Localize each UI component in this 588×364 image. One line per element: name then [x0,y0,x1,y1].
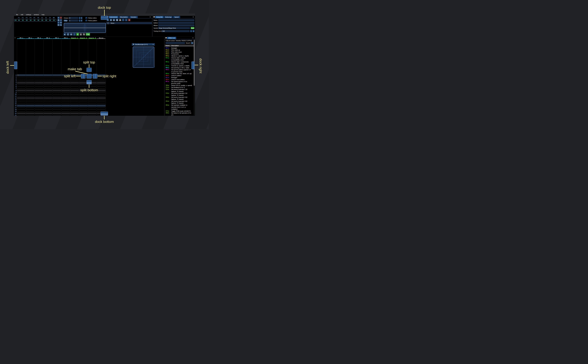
effect-row[interactable]: 0CxxRetrigger [166,77,192,79]
effect-row[interactable]: 08xySet panning (x: left; y: right) [166,67,192,69]
pattern-row[interactable]: 6 [14,86,164,88]
effect-row[interactable]: 04xyVibrato (x: speed; y: depth) [166,55,192,57]
pattern-row[interactable]: 18 [14,109,164,110]
tuning-minus-button[interactable]: - [190,30,192,32]
effect-row[interactable]: 09xxSet groove pattern (speed 1 if no gr… [166,69,192,73]
pattern-row[interactable]: 3 [14,80,164,82]
octave-minus-button[interactable]: - [79,17,80,19]
effect-row[interactable]: 02xxPitch slide down [166,51,192,53]
album-input[interactable] [158,24,194,26]
repeat-pattern-button[interactable]: ↻ [83,33,85,36]
pattern-row[interactable]: 7 [14,88,164,89]
step-button[interactable]: Step [64,20,68,22]
collapse-triangle-icon[interactable] [133,44,134,45]
tab-effect-list[interactable]: Effect List [167,37,176,39]
menu-item-window[interactable]: window [33,14,40,15]
tab-subsongs[interactable]: Subsongs [164,16,172,18]
close-icon[interactable]: × [192,37,194,39]
pattern-row[interactable]: 5 [14,84,164,86]
duplicate-order-button[interactable] [57,19,60,21]
order-value-cell[interactable]: 00 [29,20,33,21]
effect-row[interactable]: 14xxSet level of operator 3 (0 highest, … [166,96,192,100]
save-instrument-button[interactable] [116,19,118,21]
scrollbar[interactable] [194,39,195,116]
order-edit-mode-button[interactable] [60,24,62,26]
oscilloscope-xy-window[interactable]: Oscilloscope (X-Y) × [132,43,155,68]
order-value-cell[interactable]: 00 [40,20,44,21]
order-value-cell[interactable]: 00 [48,20,52,21]
effect-row[interactable]: 17xxToggle PCM mode (LEGACY) [166,110,192,112]
pattern-row[interactable]: 0 [14,74,164,76]
move-instrument-down-button[interactable]: ↓ [125,19,127,21]
tab-samples[interactable]: Samples [129,16,138,18]
order-value-cell[interactable]: 00 [44,20,48,21]
pattern-row[interactable]: 19 [14,110,164,112]
resize-grip[interactable] [153,66,155,68]
record-button[interactable]: ● [76,33,79,36]
order-value-cell[interactable]: 00 [52,20,56,21]
menu-item-help[interactable]: help [40,14,46,15]
move-order-down-button[interactable]: ∨ [57,21,60,24]
window-collapse-icon[interactable] [107,16,108,18]
window-collapse-icon[interactable] [165,37,167,39]
search-input[interactable] [165,42,185,44]
step-input[interactable]: 1 [69,20,78,22]
delete-instrument-button[interactable]: × [128,19,131,21]
effect-row[interactable]: 05xyVolume slide + vibrato (compatibilit… [166,57,192,61]
move-instrument-up-button[interactable]: ↑ [122,19,124,21]
order-value-cell[interactable]: 00 [25,20,29,21]
system-select[interactable]: Sega Genesis/Mega Drive [158,27,190,29]
effect-row[interactable]: 15xxSet level of operator 4 (0 highest, … [166,100,192,104]
close-icon[interactable]: × [152,44,154,45]
tuning-input[interactable]: 440 [162,30,190,32]
menu-item-edit[interactable]: edit [20,14,25,15]
effect-row[interactable]: 06xyVolume slide + portamento (compatibi… [166,61,192,65]
author-input[interactable] [158,22,194,24]
effect-row[interactable]: 0DxxJump to next pattern [166,79,192,81]
octave-plus-button[interactable]: + [81,17,82,19]
pattern-row[interactable]: 12 [14,97,164,99]
window-collapse-icon[interactable] [153,16,155,18]
tab-instruments[interactable]: Instruments [109,16,118,18]
pattern-row[interactable]: 11 [14,95,164,97]
effect-row[interactable]: 10xySetup LFO (x: enable; y: speed) [166,84,192,86]
instrument-type-button[interactable] [119,19,121,21]
add-instrument-button[interactable]: + [107,19,109,21]
order-value-cell[interactable]: 00 [33,20,36,21]
tab-song-info[interactable]: Song Info [155,16,164,18]
pattern-row[interactable]: 15 [14,103,164,105]
metronome-button[interactable] [79,33,82,36]
tuning-plus-button[interactable]: + [192,30,195,32]
effect-row[interactable]: 0BxxJump to pattern [166,75,192,77]
pattern-options-corner[interactable]: ++ [14,37,16,39]
follow-pattern-checkbox[interactable]: ✓ [85,20,87,22]
order-value-cell[interactable]: 00 [21,20,25,21]
pattern-row[interactable]: 21 [14,114,164,116]
pattern-row[interactable]: 1 [14,76,164,78]
tab-wavetables[interactable]: Wavetables [119,16,129,18]
pattern-row[interactable]: 20 [14,112,164,114]
duplicate-instrument-button[interactable] [110,19,112,21]
poly-mono-button[interactable]: Poly [86,33,90,36]
open-instrument-button[interactable] [113,19,115,21]
step-plus-button[interactable]: + [81,20,82,22]
effect-row[interactable]: 16xySet operator multiplier (x: operator… [166,104,192,110]
follow-orders-checkbox[interactable]: ✓ [85,17,87,19]
instrument-list-item[interactable]: - None - [106,22,152,24]
effect-row[interactable]: 0AxyVolume slide (0y: down; x0: up) [166,73,192,75]
step-button[interactable]: ↓ [73,33,76,36]
effect-row[interactable]: 11xxSet feedback (0 to 7) [166,86,192,89]
pattern-row[interactable]: 10 [14,93,164,95]
oscilloscope-xy-titlebar[interactable]: Oscilloscope (X-Y) × [132,43,155,46]
close-icon[interactable]: × [149,16,151,18]
remove-order-button[interactable]: − [60,17,62,19]
effect-row[interactable]: 19xxSet attack of all operators (0 to 1F… [166,112,192,116]
order-value-cell[interactable]: 00 [36,20,40,21]
play-one-row-button[interactable]: ▶ [70,33,73,36]
system-auto-button[interactable]: Auto [191,27,194,29]
play-pattern-button[interactable]: ▶ [67,33,69,36]
effect-row[interactable]: 0FxxSet speed (speed 2 if no grooves exi… [166,81,192,84]
name-input[interactable] [158,19,194,21]
scrollbar-thumb[interactable] [194,40,195,86]
pattern-row[interactable]: 16 [14,105,164,107]
